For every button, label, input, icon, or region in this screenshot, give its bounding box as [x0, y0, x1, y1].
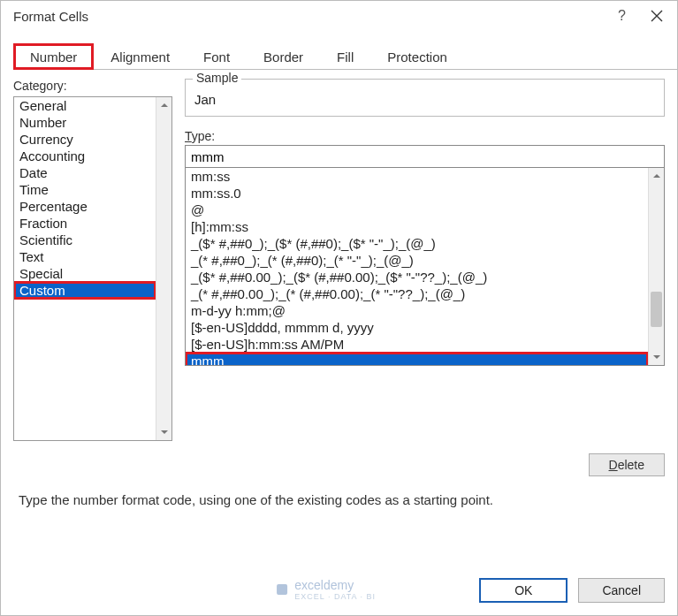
- type-item[interactable]: _(* #,##0_);_(* (#,##0);_(* "-"_);_(@_): [186, 252, 648, 269]
- watermark: exceldemy EXCEL · DATA · BI: [275, 578, 376, 601]
- category-label: Category:: [13, 79, 172, 93]
- tab-font[interactable]: Font: [187, 43, 247, 70]
- scrollbar-thumb[interactable]: [651, 292, 662, 327]
- tab-number[interactable]: Number: [13, 43, 94, 70]
- footer-buttons: OK Cancel: [479, 578, 665, 603]
- type-input[interactable]: [185, 145, 665, 168]
- scroll-down-icon[interactable]: [649, 349, 665, 365]
- tab-row: Number Alignment Font Border Fill Protec…: [13, 43, 677, 70]
- cancel-button[interactable]: Cancel: [578, 578, 665, 603]
- type-label: Type:: [185, 129, 665, 143]
- body-area: Category: General Number Currency Accoun…: [1, 70, 677, 441]
- type-item[interactable]: m-d-yy h:mm;@: [186, 302, 648, 319]
- scroll-down-icon[interactable]: [156, 424, 172, 440]
- category-item[interactable]: Accounting: [14, 148, 156, 164]
- dialog-title: Format Cells: [13, 9, 618, 24]
- type-item[interactable]: _($* #,##0_);_($* (#,##0);_($* "-"_);_(@…: [186, 235, 648, 252]
- tab-alignment[interactable]: Alignment: [94, 43, 187, 70]
- watermark-icon: [275, 582, 289, 597]
- titlebar: Format Cells ?: [1, 1, 677, 31]
- scroll-up-icon[interactable]: [156, 97, 172, 113]
- category-item[interactable]: Currency: [14, 131, 156, 148]
- type-item[interactable]: [$-en-US]dddd, mmmm d, yyyy: [186, 319, 648, 336]
- sample-value: Jan: [194, 85, 655, 107]
- tab-fill[interactable]: Fill: [320, 43, 370, 70]
- tab-border[interactable]: Border: [247, 43, 320, 70]
- category-item[interactable]: Date: [14, 164, 156, 181]
- help-icon[interactable]: ?: [618, 8, 626, 24]
- sample-label: Sample: [193, 71, 241, 85]
- type-items: mm:ss mm:ss.0 @ [h]:mm:ss _($* #,##0_);_…: [186, 168, 648, 365]
- type-item[interactable]: mm:ss: [186, 168, 648, 185]
- right-column: Sample Jan Type: mm:ss mm:ss.0 @ [h]:mm:…: [185, 79, 665, 441]
- delete-button[interactable]: Delete: [589, 453, 665, 476]
- type-item[interactable]: [$-en-US]h:mm:ss AM/PM: [186, 336, 648, 353]
- hint-text: Type the number format code, using one o…: [19, 492, 659, 507]
- type-item[interactable]: _(* #,##0.00_);_(* (#,##0.00);_(* "-"??_…: [186, 285, 648, 302]
- category-item[interactable]: Special: [14, 265, 156, 282]
- ok-button[interactable]: OK: [479, 578, 568, 603]
- tab-protection[interactable]: Protection: [370, 43, 464, 70]
- category-item[interactable]: Fraction: [14, 215, 156, 232]
- category-column: Category: General Number Currency Accoun…: [13, 79, 172, 441]
- category-item[interactable]: Number: [14, 114, 156, 131]
- sample-box: Sample Jan: [185, 79, 665, 117]
- delete-row: Delete: [1, 453, 677, 476]
- type-scrollbar[interactable]: [648, 168, 664, 365]
- category-item[interactable]: Time: [14, 181, 156, 198]
- watermark-brand: exceldemy: [294, 578, 376, 592]
- category-list[interactable]: General Number Currency Accounting Date …: [13, 96, 172, 441]
- type-item-selected[interactable]: mmm: [186, 353, 648, 365]
- category-item-custom[interactable]: Custom: [14, 282, 156, 299]
- category-scrollbar[interactable]: [156, 97, 171, 440]
- format-cells-dialog: Format Cells ? Number Alignment Font Bor…: [0, 0, 678, 616]
- category-item[interactable]: Percentage: [14, 198, 156, 215]
- type-item[interactable]: _($* #,##0.00_);_($* (#,##0.00);_($* "-"…: [186, 269, 648, 285]
- category-items: General Number Currency Accounting Date …: [14, 97, 156, 440]
- category-item[interactable]: Scientific: [14, 232, 156, 248]
- type-item[interactable]: mm:ss.0: [186, 185, 648, 202]
- close-icon[interactable]: [636, 3, 677, 29]
- type-item[interactable]: [h]:mm:ss: [186, 218, 648, 235]
- category-item[interactable]: General: [14, 97, 156, 114]
- type-list[interactable]: mm:ss mm:ss.0 @ [h]:mm:ss _($* #,##0_);_…: [185, 168, 665, 366]
- category-item[interactable]: Text: [14, 248, 156, 265]
- scroll-up-icon[interactable]: [649, 168, 665, 184]
- type-item[interactable]: @: [186, 202, 648, 218]
- watermark-sub: EXCEL · DATA · BI: [294, 592, 376, 601]
- svg-rect-0: [277, 584, 287, 595]
